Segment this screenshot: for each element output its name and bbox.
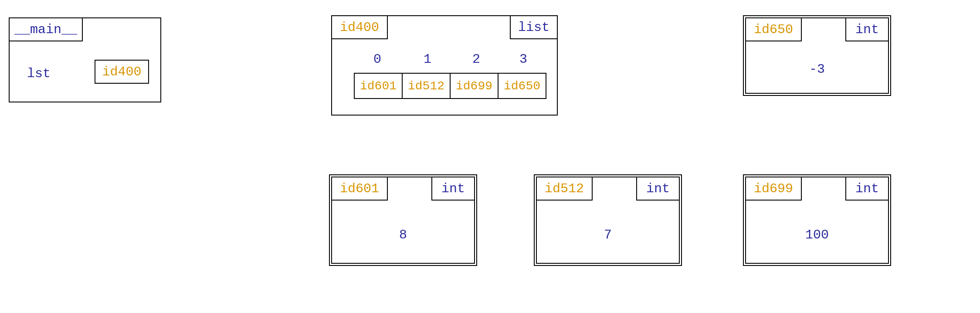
int-value: 7 [537,228,679,242]
int-type: int [845,17,889,41]
list-type: list [510,15,558,39]
list-index-2: 2 [472,52,480,67]
int-type: int [845,177,889,201]
list-cell-0: id601 [354,73,403,99]
list-cell-3: id650 [498,73,546,99]
int-id: id699 [745,177,802,201]
frame-label: __main__ [9,17,83,41]
int-value: -3 [746,62,888,77]
int-object-id650: id650 int -3 [745,17,889,94]
var-ref: id400 [95,60,149,84]
int-id: id512 [536,177,593,201]
int-type: int [431,177,475,201]
list-index-1: 1 [424,52,431,67]
int-object-id699: id699 int 100 [745,177,889,264]
list-id: id400 [331,15,388,39]
list-index-0: 0 [373,52,381,67]
int-value: 100 [746,228,888,242]
list-cell-2: id699 [450,73,498,99]
int-value: 8 [332,228,474,242]
frame-main: __main__ lst id400 [9,17,161,102]
int-object-id601: id601 int 8 [331,177,475,264]
int-object-id512: id512 int 7 [536,177,680,264]
int-type: int [636,177,680,201]
list-cell-1: id512 [402,73,451,99]
int-id: id601 [331,177,388,201]
list-index-3: 3 [519,52,527,67]
var-name: lst [27,66,51,81]
list-object: id400 list 0 1 2 3 id601 id512 id699 id6… [331,15,558,116]
int-id: id650 [745,17,802,41]
